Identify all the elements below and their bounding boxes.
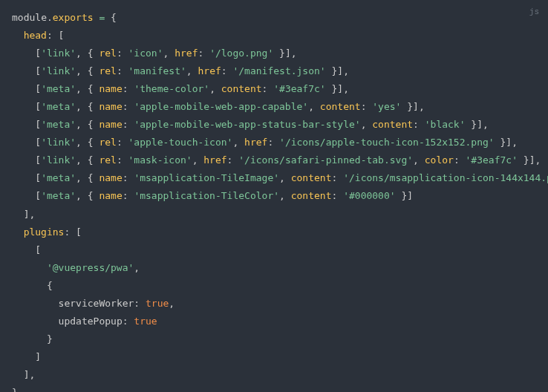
code-line: } (12, 330, 536, 348)
code-block: module.exports = {head: [['link', { rel:… (12, 9, 536, 392)
language-label: js (529, 4, 539, 19)
code-line: '@vuepress/pwa', (12, 259, 536, 277)
code-line: ], (12, 366, 536, 384)
module-text: module (12, 12, 47, 23)
name-key: name (99, 83, 122, 94)
code-line: updatePopup: true (12, 313, 536, 330)
code-line: ['link', { rel: 'mask-icon', href: '/ico… (12, 151, 536, 169)
code-line: [ (12, 241, 536, 259)
code-line: ['link', { rel: 'apple-touch-icon', href… (12, 134, 536, 151)
string: 'link' (41, 48, 76, 59)
code-line: ['link', { rel: 'manifest', href: '/mani… (12, 62, 536, 80)
code-line: { (12, 277, 536, 295)
code-line: plugins: [ (12, 223, 536, 241)
updatepopup-prop: updatePopup (59, 316, 123, 327)
equals-op: = (94, 12, 111, 23)
code-line: head: [ (12, 27, 536, 45)
code-line: ], (12, 206, 536, 223)
lbracket-punct: [ (59, 30, 65, 41)
code-line: serviceWorker: true, (12, 295, 536, 313)
code-line: module.exports = { (12, 9, 536, 27)
code-line: ['meta', { name: 'msapplication-TileImag… (12, 169, 536, 187)
code-line: ['meta', { name: 'apple-mobile-web-app-c… (12, 98, 536, 116)
rel-key: rel (99, 48, 116, 59)
href-key: href (174, 48, 198, 59)
code-line: } (12, 384, 536, 392)
head-key: head (24, 30, 47, 41)
code-line: ['meta', { name: 'msapplication-TileColo… (12, 187, 536, 205)
code-line: ['meta', { name: 'theme-color', content:… (12, 80, 536, 98)
serviceworker-prop: serviceWorker (59, 298, 134, 309)
color-key: color (425, 154, 454, 166)
plugins-key: plugins (24, 226, 65, 238)
dot-punct: . (47, 12, 53, 23)
exports-key: exports (53, 12, 94, 23)
lbrace-punct: { (111, 12, 117, 23)
code-line: ['meta', { name: 'apple-mobile-web-app-s… (12, 116, 536, 134)
code-line: ['link', { rel: 'icon', href: '/logo.png… (12, 45, 536, 62)
bool-true: true (146, 298, 169, 309)
colon-punct: : (47, 30, 53, 41)
content-key: content (221, 83, 262, 94)
code-line: ] (12, 348, 536, 366)
vuepress-pwa-string: '@vuepress/pwa' (47, 262, 134, 273)
